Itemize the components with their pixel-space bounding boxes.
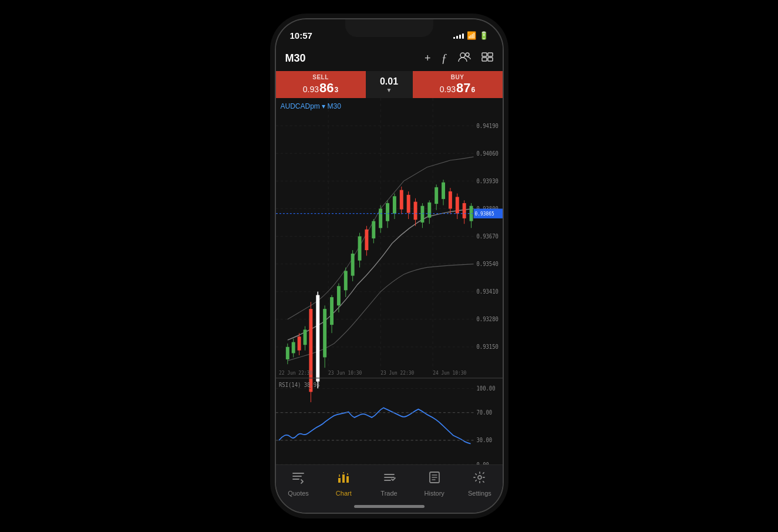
trade-label: Trade <box>380 490 397 497</box>
sell-price: 0.93 86 3 <box>303 80 338 96</box>
trade-bar: SELL 0.93 86 3 0.01 ▼ BUY 0.93 87 6 <box>276 71 503 98</box>
home-indicator <box>354 505 425 508</box>
svg-text:0.93410: 0.93410 <box>476 288 499 295</box>
svg-rect-69 <box>420 206 424 223</box>
trade-icon <box>382 471 396 487</box>
buy-price-big: 87 <box>456 80 470 96</box>
sell-label: SELL <box>312 74 329 80</box>
svg-text:100.00: 100.00 <box>476 385 495 392</box>
sell-button[interactable]: SELL 0.93 86 3 <box>276 71 366 98</box>
svg-rect-55 <box>372 221 375 238</box>
svg-rect-2 <box>482 53 487 56</box>
chart-header: AUDCADpm ▾ M30 <box>281 100 341 111</box>
svg-rect-33 <box>297 336 301 351</box>
svg-rect-75 <box>442 183 445 199</box>
buy-price-sup: 6 <box>471 86 476 94</box>
svg-point-0 <box>460 53 465 58</box>
buy-price: 0.93 87 6 <box>440 80 475 96</box>
svg-rect-104 <box>342 474 345 483</box>
toolbar-actions: + ƒ <box>425 52 493 65</box>
wifi-icon: 📶 <box>467 31 476 40</box>
add-icon[interactable]: + <box>425 52 431 65</box>
quotes-icon <box>291 471 305 487</box>
chart-svg: 0.94190 0.94060 0.93930 0.93800 0.93670 … <box>276 98 503 464</box>
svg-rect-105 <box>346 476 349 483</box>
svg-text:22 Jun 22:30: 22 Jun 22:30 <box>278 369 312 376</box>
svg-rect-47 <box>343 271 347 290</box>
lot-selector[interactable]: 0.01 ▼ <box>366 71 413 98</box>
svg-text:23 Jun 22:30: 23 Jun 22:30 <box>380 369 414 376</box>
svg-rect-63 <box>399 190 403 210</box>
sell-price-big: 86 <box>319 80 334 96</box>
svg-text:24 Jun 10:30: 24 Jun 10:30 <box>433 369 466 376</box>
svg-text:RSI(14) 38.94: RSI(14) 38.94 <box>278 381 319 388</box>
notch <box>345 19 433 37</box>
svg-text:0.00: 0.00 <box>476 461 489 464</box>
status-time: 10:57 <box>290 31 312 41</box>
svg-rect-29 <box>285 347 289 359</box>
svg-rect-73 <box>435 187 438 204</box>
svg-rect-37 <box>309 309 312 392</box>
history-label: History <box>425 490 444 497</box>
svg-rect-77 <box>448 191 452 208</box>
svg-rect-4 <box>482 58 487 61</box>
svg-text:0.94060: 0.94060 <box>476 150 499 157</box>
function-icon[interactable]: ƒ <box>442 52 447 65</box>
lot-value: 0.01 <box>380 76 398 87</box>
sell-price-prefix: 0.93 <box>303 85 319 94</box>
svg-rect-41 <box>323 309 326 357</box>
svg-text:70.00: 70.00 <box>476 409 492 416</box>
symbol-label[interactable]: M30 <box>285 52 306 65</box>
svg-rect-39 <box>316 295 319 382</box>
svg-rect-71 <box>427 203 431 218</box>
svg-point-110 <box>478 476 481 479</box>
chart-icon <box>336 471 351 487</box>
history-icon <box>427 471 442 487</box>
nav-item-chart[interactable]: Chart <box>321 471 366 497</box>
svg-text:0.94190: 0.94190 <box>476 122 499 129</box>
nav-item-quotes[interactable]: Quotes <box>276 471 321 497</box>
chart-area[interactable]: AUDCADpm ▾ M30 0.9419 <box>276 98 503 464</box>
chart-symbol-label: AUDCADpm ▾ M30 <box>281 102 341 110</box>
svg-rect-45 <box>336 286 340 305</box>
svg-rect-31 <box>291 342 295 353</box>
nav-item-settings[interactable]: Settings <box>457 471 502 497</box>
svg-text:0.93150: 0.93150 <box>476 344 499 351</box>
nav-item-history[interactable]: History <box>412 471 457 497</box>
lot-arrow-icon: ▼ <box>386 87 392 93</box>
community-icon[interactable] <box>458 52 471 65</box>
layout-icon[interactable] <box>481 52 493 65</box>
phone-shell: 10:57 📶 🔋 M30 + ƒ <box>275 18 504 514</box>
phone-screen: 10:57 📶 🔋 M30 + ƒ <box>276 19 503 513</box>
svg-rect-57 <box>379 208 382 228</box>
svg-text:0.93930: 0.93930 <box>476 177 499 184</box>
nav-item-trade[interactable]: Trade <box>366 471 412 497</box>
svg-rect-59 <box>386 203 389 221</box>
svg-point-1 <box>466 53 469 56</box>
quotes-label: Quotes <box>288 490 308 497</box>
svg-rect-35 <box>303 329 307 345</box>
buy-button[interactable]: BUY 0.93 87 6 <box>413 71 503 98</box>
buy-label: BUY <box>451 74 464 80</box>
svg-rect-65 <box>406 195 410 213</box>
svg-text:30.00: 30.00 <box>476 437 492 444</box>
svg-rect-43 <box>330 297 334 325</box>
svg-rect-49 <box>351 254 354 276</box>
svg-rect-3 <box>488 53 493 56</box>
battery-icon: 🔋 <box>479 31 489 40</box>
svg-text:0.93670: 0.93670 <box>476 233 499 240</box>
svg-rect-61 <box>392 196 396 213</box>
svg-rect-5 <box>488 58 493 61</box>
svg-rect-51 <box>358 236 361 260</box>
chart-label: Chart <box>336 490 352 497</box>
buy-price-prefix: 0.93 <box>440 85 456 94</box>
svg-text:23 Jun 10:30: 23 Jun 10:30 <box>328 369 362 376</box>
svg-rect-53 <box>365 230 368 250</box>
svg-rect-67 <box>413 202 417 220</box>
svg-text:0.93540: 0.93540 <box>476 260 499 267</box>
svg-rect-81 <box>462 203 466 218</box>
settings-icon <box>473 471 487 487</box>
sell-price-sup: 3 <box>335 86 339 94</box>
svg-rect-103 <box>338 478 341 483</box>
status-icons: 📶 🔋 <box>453 31 489 40</box>
